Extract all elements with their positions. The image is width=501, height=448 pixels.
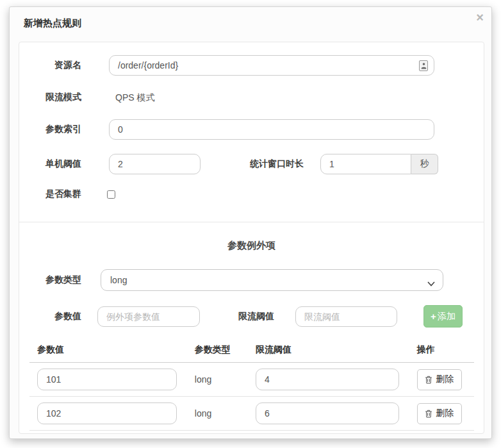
window-duration-label: 统计窗口时长 <box>250 158 304 170</box>
trash-icon <box>425 376 432 384</box>
close-icon[interactable]: × <box>476 10 484 25</box>
header-param-value: 参数值 <box>29 344 190 356</box>
param-type-row: 参数类型 long <box>19 269 484 291</box>
param-value-label: 参数值 <box>27 311 81 322</box>
form-panel: 资源名 限流模式 QPS 模式 参数索引 单机阈值 统计窗口时长 秒 <box>19 42 484 434</box>
add-hotspot-rule-dialog: 新增热点规则 × 资源名 限流模式 QPS 模式 参数索引 单机阈值 统计窗口时… <box>9 6 492 439</box>
exception-values-row: 参数值 限流阈值 + 添加 <box>19 305 484 328</box>
cluster-label: 是否集群 <box>27 188 81 200</box>
trash-icon <box>425 410 432 418</box>
row-type-text: long <box>190 374 247 385</box>
cluster-checkbox[interactable] <box>107 190 115 199</box>
mode-value: QPS 模式 <box>115 90 154 105</box>
threshold-row: 单机阈值 统计窗口时长 秒 <box>19 154 484 174</box>
dialog-title: 新增热点规则 <box>10 7 491 29</box>
row-value-input[interactable] <box>37 369 177 390</box>
param-index-input[interactable] <box>109 119 434 140</box>
param-type-select[interactable]: long <box>101 269 443 291</box>
autofill-contact-icon[interactable] <box>419 60 428 71</box>
row-type-text: long <box>190 408 247 419</box>
delete-button[interactable]: 删除 <box>417 369 462 390</box>
mode-row: 限流模式 QPS 模式 <box>19 90 484 105</box>
section-divider <box>19 222 484 222</box>
cluster-row: 是否集群 <box>19 188 484 200</box>
param-type-label: 参数类型 <box>27 274 81 286</box>
row-value-input[interactable] <box>37 402 177 424</box>
header-action: 操作 <box>412 344 474 356</box>
single-threshold-label: 单机阈值 <box>27 158 81 170</box>
row-threshold-input[interactable] <box>256 369 399 390</box>
header-param-type: 参数类型 <box>190 344 247 356</box>
add-button[interactable]: + 添加 <box>423 305 463 328</box>
resource-row: 资源名 <box>19 55 484 76</box>
table-row: long 删除 <box>29 363 474 397</box>
limit-threshold-input[interactable] <box>295 306 397 327</box>
plus-icon: + <box>431 311 436 322</box>
param-index-row: 参数索引 <box>19 119 484 140</box>
param-index-label: 参数索引 <box>27 124 81 135</box>
param-value-input[interactable] <box>97 306 200 327</box>
table-row: long 删除 <box>29 397 474 431</box>
limit-threshold-label: 限流阈值 <box>238 311 274 322</box>
header-limit-threshold: 限流阈值 <box>247 344 412 356</box>
exception-table: 参数值 参数类型 限流阈值 操作 long 删除 <box>29 344 474 431</box>
add-button-label: 添加 <box>438 311 456 322</box>
window-duration-input[interactable] <box>320 154 411 174</box>
seconds-unit-addon: 秒 <box>411 154 438 174</box>
table-header-row: 参数值 参数类型 限流阈值 操作 <box>29 344 474 363</box>
resource-label: 资源名 <box>27 60 81 71</box>
single-threshold-input[interactable] <box>109 154 201 174</box>
mode-label: 限流模式 <box>27 92 81 103</box>
resource-input[interactable] <box>109 55 434 76</box>
delete-button[interactable]: 删除 <box>417 403 462 424</box>
delete-button-label: 删除 <box>436 374 454 385</box>
delete-button-label: 删除 <box>436 408 454 419</box>
row-threshold-input[interactable] <box>256 402 399 424</box>
exception-items-heading: 参数例外项 <box>19 240 484 252</box>
